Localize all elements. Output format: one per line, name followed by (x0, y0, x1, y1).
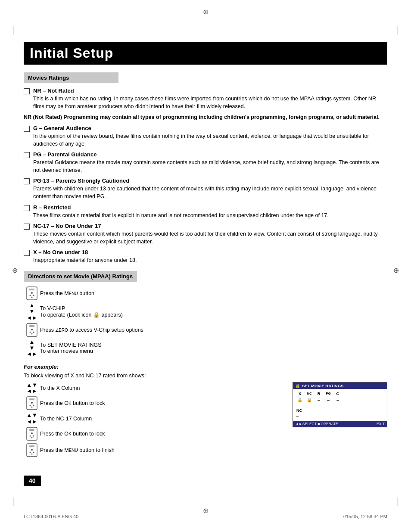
checkbox-x (24, 250, 30, 256)
svg-point-22 (33, 435, 34, 436)
up-down-arrows-icon-2: ▲▼ (29, 339, 35, 352)
icon-cell-1 (24, 286, 40, 301)
svg-point-21 (30, 435, 31, 436)
dir-step-4-line1: To SET MOVIE RATINGS (40, 342, 387, 348)
svg-point-10 (33, 331, 34, 333)
dir-step-1-text: Press the MENU button (40, 290, 387, 296)
dir-step-3-text: Press ZERO to access V-Chip setup option… (40, 327, 387, 333)
rating-desc-pg: Parental Guidance means the movie may co… (33, 159, 387, 174)
svg-point-4 (33, 295, 34, 296)
ex-step-5: Press the MENU button to finish (24, 443, 284, 457)
nr-notice: NR (Not Rated) Programming may contain a… (24, 114, 387, 121)
remote-icon-3 (26, 323, 38, 337)
lr-arrows-ex1: ◄► (26, 388, 37, 394)
ex-step-3: ▲▼ ◄► To the NC-17 Column (24, 412, 284, 425)
remote-icon-ex2 (26, 396, 38, 411)
crosshair-left-icon: ⊕ (12, 266, 18, 274)
page-title: Initial Setup (30, 45, 381, 61)
rating-title-nr: NR – Not Rated (33, 87, 74, 94)
rating-row-x: X – No One under 18 (24, 249, 387, 256)
icon-cell-4: ▲▼ ◄► (24, 339, 40, 358)
ex-step-2: Press the OK button to lock (24, 396, 284, 411)
rating-item-r: R – Restricted These films contain mater… (24, 204, 387, 219)
ud-arrows-ex1: ▲▼ (26, 382, 37, 388)
crosshair-right-icon: ⊕ (393, 266, 399, 274)
rating-desc-nc17: These movies contain content which most … (33, 230, 387, 246)
ex-icon-cell-3: ▲▼ ◄► (24, 412, 40, 425)
up-down-arrows-icon: ▲▼ (29, 302, 35, 315)
rating-row-nc17: NC-17 – No One Under 17 (24, 223, 387, 230)
rating-desc-pg13: Parents with children under 13 are cauti… (33, 185, 387, 200)
rating-desc-x: Inappropriate material for anyone under … (33, 256, 387, 264)
rating-item-nc17: NC-17 – No One Under 17 These movies con… (24, 223, 387, 246)
svg-rect-19 (29, 429, 34, 431)
movies-ratings-header: Movies Ratings (24, 72, 118, 83)
for-example-title: For example: (24, 364, 387, 370)
svg-point-5 (31, 297, 33, 298)
tv-divider (296, 406, 383, 406)
directions-section: Directions to set Movie (MPAA) Ratings P… (24, 271, 387, 459)
tv-nc-label: NC (296, 408, 302, 413)
rating-desc-g: In the opinion of the review board, thes… (33, 132, 387, 148)
ex-step-2-text: Press the OK button to lock (40, 400, 284, 406)
example-layout: ▲▼ ◄► To the X Column (24, 382, 387, 459)
remote-icon-ex5 (26, 443, 38, 457)
tv-dash-pg: – (325, 398, 332, 402)
tv-ratings-grid: X NC R PG G (296, 392, 383, 396)
svg-point-17 (31, 407, 33, 408)
example-steps: ▲▼ ◄► To the X Column (24, 382, 284, 459)
main-content: Initial Setup Movies Ratings NR – Not Ra… (24, 18, 387, 486)
tv-content: X NC R PG G 🔒 🔒 – – (293, 389, 387, 421)
tv-lock-nc: 🔒 (306, 398, 313, 402)
ex-step-4-text: Press the OK button to lock (40, 431, 284, 437)
corner-tl (13, 26, 22, 34)
checkbox-pg13 (24, 178, 30, 184)
rating-title-r: R – Restricted (33, 204, 71, 211)
crosshair-top-icon: ⊕ (203, 8, 209, 16)
footer-right: 7/15/05, 12:58:34 PM (342, 514, 387, 519)
rating-item-nr: NR – Not Rated This is a film which has … (24, 87, 387, 110)
tv-rating-pg: PG (325, 392, 332, 395)
checkbox-nr (24, 88, 30, 94)
bottom-footer: LCT1864-001B-A ENG 40 7/15/05, 12:58:34 … (24, 514, 387, 519)
ex-icon-cell-2 (24, 396, 40, 411)
rating-title-pg: PG – Parental Guidance (33, 151, 97, 158)
rating-item-pg13: PG-13 – Parents Strongly Cautioned Paren… (24, 177, 387, 200)
dir-step-4: ▲▼ ◄► To SET MOVIE RATINGS To enter movi… (24, 339, 387, 358)
rating-title-g: G – General Audience (33, 125, 91, 131)
corner-bl (13, 498, 22, 506)
dir-step-2-line1: To V-CHIP (40, 305, 387, 311)
svg-point-3 (30, 295, 31, 296)
svg-point-29 (31, 453, 33, 454)
tv-title-bar: 🔒 SET MOVIE RATINGS (293, 383, 387, 389)
icon-cell-3 (24, 323, 40, 337)
tv-bottom-left: ◄►SELECT ■ OPERATE (295, 422, 338, 426)
rating-title-nc17: NC-17 – No One Under 17 (33, 223, 101, 229)
rating-item-x: X – No One under 18 Inappropriate materi… (24, 249, 387, 264)
top-registration: ⊕ (0, 0, 411, 18)
side-crosshair-left: ⊕ (12, 266, 18, 274)
rating-row-pg13: PG-13 – Parents Strongly Cautioned (24, 177, 387, 184)
page-container: ⊕ ⊕ ⊕ Initial Setup Movies Ratings NR – … (0, 0, 411, 532)
tv-rating-r: R (315, 392, 322, 396)
tv-screen-mockup: 🔒 SET MOVIE RATINGS X NC R PG G (293, 382, 387, 427)
svg-rect-1 (29, 289, 34, 290)
tv-dash-row: – (296, 414, 383, 418)
rating-item-pg: PG – Parental Guidance Parental Guidance… (24, 151, 387, 174)
tv-bottom-right: EXIT (377, 422, 385, 426)
svg-rect-25 (29, 445, 34, 447)
dir-step-4-text: To SET MOVIE RATINGS To enter movies men… (40, 342, 387, 354)
page-number-container: 40 (24, 467, 387, 486)
dir-step-2-text: To V-CHIP To operate (Lock icon 🔒 appear… (40, 305, 387, 318)
ex-icon-cell-5 (24, 443, 40, 457)
dir-step-2-line2: To operate (Lock icon 🔒 appears) (40, 311, 387, 318)
dir-step-3: Press ZERO to access V-Chip setup option… (24, 323, 387, 337)
tv-nc-label-row: NC (296, 408, 383, 413)
page-title-box: Initial Setup (24, 42, 387, 65)
lr-arrows-ex3: ◄► (26, 419, 37, 425)
ex-step-1: ▲▼ ◄► To the X Column (24, 382, 284, 395)
side-crosshair-right: ⊕ (393, 266, 399, 274)
ud-arrows-ex3: ▲▼ (26, 412, 37, 418)
rating-row-pg: PG – Parental Guidance (24, 151, 387, 158)
rating-item-g: G – General Audience In the opinion of t… (24, 125, 387, 148)
